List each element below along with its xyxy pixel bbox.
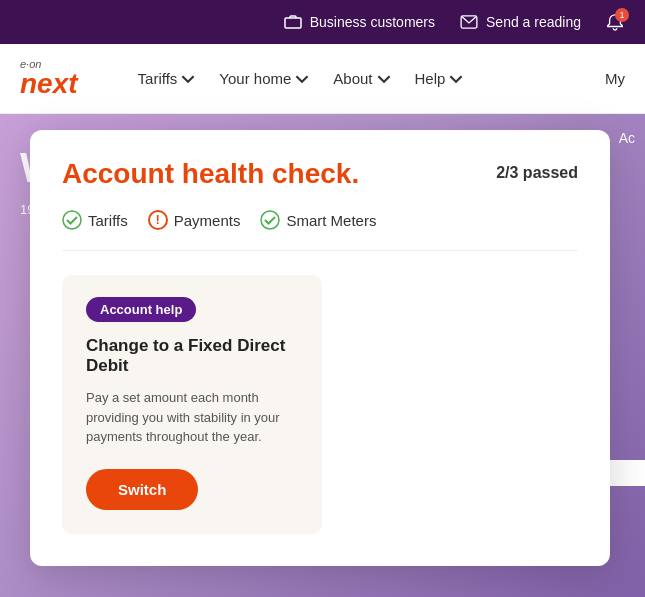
- tariffs-check-label: Tariffs: [88, 212, 128, 229]
- notifications-link[interactable]: 1: [605, 12, 625, 32]
- modal-title: Account health check.: [62, 158, 359, 190]
- payments-warn-icon: !: [148, 210, 168, 230]
- smart-meters-check-label: Smart Meters: [286, 212, 376, 229]
- business-customers-label: Business customers: [310, 14, 435, 30]
- switch-button[interactable]: Switch: [86, 469, 198, 510]
- inner-card-title: Change to a Fixed Direct Debit: [86, 336, 298, 376]
- send-reading-label: Send a reading: [486, 14, 581, 30]
- nav-about[interactable]: About: [323, 62, 400, 95]
- svg-rect-0: [285, 18, 301, 28]
- nav-bar: e·on next Tariffs Your home About Help M…: [0, 44, 645, 114]
- business-customers-link[interactable]: Business customers: [283, 12, 435, 32]
- nav-tariffs[interactable]: Tariffs: [128, 62, 206, 95]
- right-partial-ac: Ac: [609, 120, 645, 156]
- my-label: My: [605, 70, 625, 87]
- notification-count: 1: [615, 8, 629, 22]
- account-health-check-modal: Account health check. 2/3 passed Tariffs…: [30, 130, 610, 566]
- check-payments: ! Payments: [148, 210, 241, 230]
- your-home-label: Your home: [219, 70, 291, 87]
- help-label: Help: [415, 70, 446, 87]
- nav-your-home[interactable]: Your home: [209, 62, 319, 95]
- passed-badge: 2/3 passed: [496, 164, 578, 182]
- smart-meters-check-icon: [260, 210, 280, 230]
- tariffs-check-icon: [62, 210, 82, 230]
- inner-card-description: Pay a set amount each month providing yo…: [86, 388, 298, 447]
- nav-my[interactable]: My: [605, 70, 625, 87]
- help-chevron-icon: [449, 72, 463, 86]
- payments-check-label: Payments: [174, 212, 241, 229]
- account-help-tag: Account help: [86, 297, 196, 322]
- send-reading-icon: [459, 12, 479, 32]
- logo[interactable]: e·on next: [20, 59, 78, 98]
- check-tariffs: Tariffs: [62, 210, 128, 230]
- notification-icon: 1: [605, 12, 625, 32]
- check-row: Tariffs ! Payments Smart Meters: [62, 210, 578, 251]
- logo-next: next: [20, 70, 78, 98]
- nav-items: Tariffs Your home About Help: [128, 62, 474, 95]
- svg-point-2: [63, 211, 81, 229]
- business-icon: [283, 12, 303, 32]
- send-reading-link[interactable]: Send a reading: [459, 12, 581, 32]
- modal-header: Account health check. 2/3 passed: [62, 158, 578, 190]
- tariffs-label: Tariffs: [138, 70, 178, 87]
- nav-help[interactable]: Help: [405, 62, 474, 95]
- about-chevron-icon: [377, 72, 391, 86]
- about-label: About: [333, 70, 372, 87]
- check-smart-meters: Smart Meters: [260, 210, 376, 230]
- svg-point-3: [261, 211, 279, 229]
- your-home-chevron-icon: [295, 72, 309, 86]
- account-help-card: Account help Change to a Fixed Direct De…: [62, 275, 322, 534]
- tariffs-chevron-icon: [181, 72, 195, 86]
- top-bar: Business customers Send a reading 1: [0, 0, 645, 44]
